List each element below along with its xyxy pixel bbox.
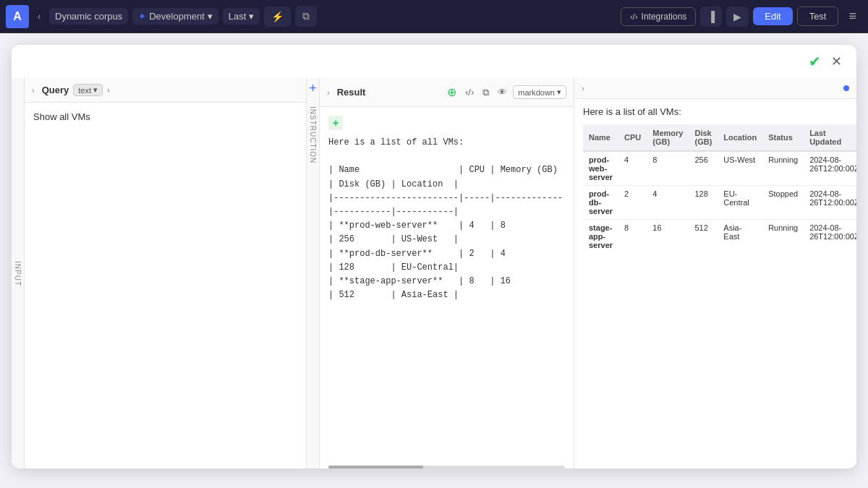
project-section: Dynamic corpus	[49, 8, 128, 25]
cell-disk: 128	[689, 186, 718, 220]
dev-section[interactable]: ✦ Development ▾	[132, 8, 218, 25]
cell-memory: 4	[647, 186, 689, 220]
col-header-name: Name	[583, 124, 618, 151]
cell-cpu: 2	[618, 186, 647, 220]
modal-top-bar: ✔ ✕	[12, 45, 856, 78]
result-split-button[interactable]: ⧉	[480, 85, 492, 100]
rendered-content: Here is a list of all VMs: Name CPU Memo…	[574, 99, 856, 468]
back-button[interactable]: ‹	[33, 9, 45, 25]
last-section[interactable]: Last ▾	[223, 8, 260, 25]
close-icon: ✕	[831, 54, 842, 69]
code-icon: ‹/›	[465, 87, 474, 98]
text-type-badge[interactable]: text ▾	[73, 84, 103, 96]
app-logo: A	[6, 5, 29, 28]
cell-name: prod-db-server	[583, 186, 618, 220]
col-header-status: Status	[762, 124, 804, 151]
instruction-label: Instruction	[309, 99, 317, 171]
chart-icon: ▐	[707, 11, 715, 22]
result-panel: › Result ⊕ ‹/› ⧉ 👁	[320, 78, 574, 468]
col-header-cpu: CPU	[618, 124, 647, 151]
rendered-title: Here is a list of all VMs:	[583, 106, 848, 117]
query-panel-title: Query	[42, 85, 69, 95]
topbar: A ‹ Dynamic corpus ✦ Development ▾ Last …	[0, 0, 868, 33]
query-panel-header: › Query text ▾ ›	[25, 78, 306, 103]
col-header-disk: Disk (GB)	[689, 124, 718, 151]
blue-dot-indicator	[843, 85, 849, 91]
topbar-right: ‹/› Integrations ▐ ▶ Edit Test ≡	[621, 6, 862, 27]
menu-button[interactable]: ≡	[843, 6, 862, 27]
table-row: prod-db-server 2 4 128 EU-Central Stoppe…	[583, 186, 856, 220]
vm-table: Name CPU Memory (GB) Disk (GB) Location …	[583, 124, 856, 253]
markdown-badge[interactable]: markdown ▾	[513, 85, 566, 99]
rendered-panel: › Here is a list of all VMs: Name CPU M	[574, 78, 856, 468]
play-button[interactable]: ▶	[726, 7, 749, 27]
cell-location: EU-Central	[718, 186, 762, 220]
grid-button[interactable]: ⧉	[295, 6, 317, 27]
test-button[interactable]: Test	[797, 7, 839, 26]
horizontal-scrollbar[interactable]	[328, 466, 565, 468]
rendered-expand-button[interactable]: ›	[582, 84, 584, 93]
cell-cpu: 8	[618, 220, 647, 254]
check-circle-icon: ✔	[809, 53, 821, 70]
integrations-code-icon: ‹/›	[630, 12, 637, 21]
project-name: Dynamic corpus	[55, 11, 122, 22]
cell-name: stage-app-server	[583, 220, 618, 254]
dev-chevron: ▾	[208, 11, 213, 22]
cell-cpu: 4	[618, 151, 647, 186]
split-icon: ⧉	[482, 87, 489, 98]
rendered-panel-header: ›	[574, 78, 856, 99]
col-header-updated: Last Updated	[804, 124, 856, 151]
integrations-label: Integrations	[642, 12, 687, 22]
result-eye-button[interactable]: 👁	[495, 85, 510, 99]
result-expand-button[interactable]: ›	[327, 88, 330, 97]
hamburger-icon: ≡	[848, 9, 856, 23]
cell-memory: 8	[647, 151, 689, 186]
last-label: Last	[229, 11, 247, 22]
integrations-button[interactable]: ‹/› Integrations	[621, 7, 696, 26]
col-header-location: Location	[718, 124, 762, 151]
cell-disk: 512	[689, 220, 718, 254]
dev-label: Development	[149, 11, 205, 22]
cell-location: Asia-East	[718, 220, 762, 254]
main-wrapper: ✔ ✕ Input › Query text ▾ ›	[0, 33, 868, 488]
grid-icon: ⧉	[302, 10, 310, 22]
cell-updated: 2024-08-26T12:00:00Z	[804, 220, 856, 254]
panels: Input › Query text ▾ › Show all VMs	[12, 78, 856, 468]
instruction-panel: + Instruction	[307, 78, 320, 468]
result-header-right: ⊕ ‹/› ⧉ 👁 markdown ▾	[444, 84, 566, 100]
chart-button[interactable]: ▐	[700, 7, 722, 27]
input-label: Input	[12, 78, 25, 468]
text-badge-chevron: ▾	[93, 85, 98, 95]
play-icon: ▶	[733, 11, 741, 22]
query-arrow-button[interactable]: ›	[107, 85, 110, 95]
back-icon: ‹	[38, 12, 41, 22]
result-raw-content: + Here is a list of all VMs: | Name | CP…	[320, 107, 574, 466]
result-text: Here is a list of all VMs: | Name | CPU …	[328, 136, 565, 302]
result-add-button[interactable]: ⊕	[444, 84, 459, 100]
result-code-button[interactable]: ‹/›	[462, 85, 477, 99]
cell-status: Running	[762, 220, 804, 254]
markdown-chevron: ▾	[557, 87, 561, 97]
query-panel: › Query text ▾ › Show all VMs	[25, 78, 307, 468]
cell-name: prod-web-server	[583, 151, 618, 186]
col-header-memory: Memory (GB)	[647, 124, 689, 151]
cell-disk: 256	[689, 151, 718, 186]
query-expand-button[interactable]: ›	[32, 86, 35, 95]
dev-icon: ✦	[138, 11, 146, 22]
result-panel-header: › Result ⊕ ‹/› ⧉ 👁	[320, 78, 574, 107]
result-header-left: › Result	[327, 87, 365, 98]
instruction-plus-button[interactable]: +	[306, 78, 320, 99]
result-panel-title: Result	[337, 87, 366, 98]
cell-status: Stopped	[762, 186, 804, 220]
close-button[interactable]: ✕	[827, 52, 846, 71]
result-plus-icon[interactable]: +	[328, 116, 343, 130]
cell-memory: 16	[647, 220, 689, 254]
cell-status: Running	[762, 151, 804, 186]
cell-updated: 2024-08-26T12:00:00Z	[804, 186, 856, 220]
cell-location: US-West	[718, 151, 762, 186]
table-row: prod-web-server 4 8 256 US-West Running …	[583, 151, 856, 186]
cell-updated: 2024-08-26T12:00:00Z	[804, 151, 856, 186]
edit-button[interactable]: Edit	[753, 7, 792, 25]
last-chevron: ▾	[249, 11, 254, 22]
lightning-button[interactable]: ⚡	[264, 7, 291, 27]
